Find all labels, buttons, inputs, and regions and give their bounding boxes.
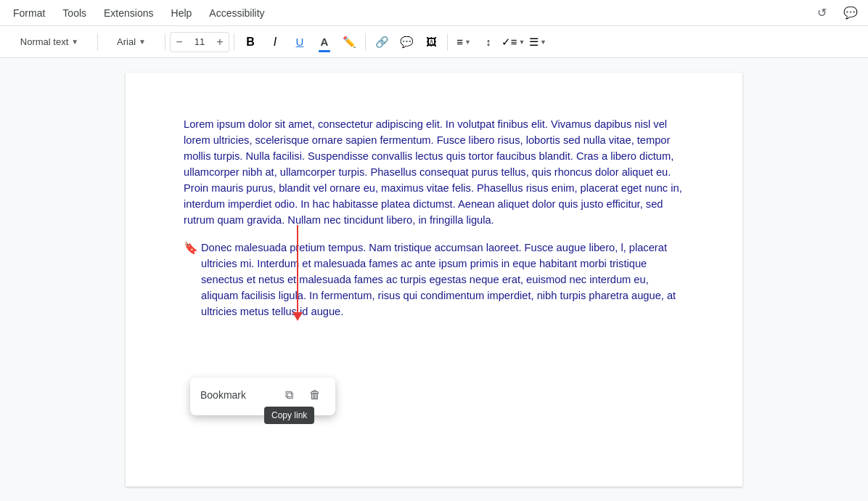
divider-1 <box>97 33 98 51</box>
divider-5 <box>447 33 448 51</box>
text-color-button[interactable]: A <box>313 30 336 54</box>
copy-icon: ⧉ <box>285 388 293 402</box>
font-size-increase[interactable]: + <box>211 32 229 52</box>
link-button[interactable]: 🔗 <box>370 30 393 54</box>
comment-button[interactable]: 💬 <box>395 30 418 54</box>
font-size-decrease[interactable]: − <box>171 32 188 52</box>
bold-button[interactable]: B <box>239 30 262 54</box>
red-arrow-indicator <box>292 225 303 321</box>
paragraph-2-container: 🔖 Donec malesuada pretium tempus. Nam tr… <box>184 240 684 319</box>
paragraph-2-start: Donec malesuada pretium tempus. Nam tris… <box>201 242 618 253</box>
underline-button[interactable]: U <box>288 30 311 54</box>
align-button[interactable]: ≡ ▼ <box>452 30 475 54</box>
list-icon: ☰ <box>529 36 539 49</box>
document-area: Lorem ipsum dolor sit amet, consectetur … <box>0 58 868 501</box>
text-color-bar <box>319 50 330 52</box>
delete-icon: 🗑 <box>309 388 321 402</box>
menu-extensions[interactable]: Extensions <box>97 4 160 22</box>
toolbar: Normal text ▼ Arial ▼ − + B I U A ✏️ 🔗 💬… <box>0 26 868 58</box>
arrow-head <box>292 312 303 321</box>
divider-2 <box>165 33 165 51</box>
paragraph-style-arrow: ▼ <box>71 38 78 46</box>
image-button[interactable]: 🖼 <box>419 30 443 54</box>
paragraph-1: Lorem ipsum dolor sit amet, consectetur … <box>184 116 684 228</box>
comment-icon[interactable]: 💬 <box>839 1 862 25</box>
menu-bar: Format Tools Extensions Help Accessibili… <box>0 0 868 26</box>
font-size-input[interactable] <box>188 36 211 47</box>
font-label: Arial <box>117 36 136 47</box>
bookmark-popup-header: Bookmark ⧉ 🗑 <box>200 385 325 405</box>
menu-format[interactable]: Format <box>6 4 52 22</box>
image-icon: 🖼 <box>426 36 437 48</box>
text-color-letter: A <box>321 36 329 48</box>
italic-button[interactable]: I <box>263 30 287 54</box>
document-page[interactable]: Lorem ipsum dolor sit amet, consectetur … <box>126 73 742 486</box>
link-icon: 🔗 <box>375 36 389 49</box>
checklist-arrow: ▼ <box>518 38 525 46</box>
highlight-color-button[interactable]: ✏️ <box>337 30 361 54</box>
menu-accessibility[interactable]: Accessibility <box>202 4 271 22</box>
line-spacing-button[interactable]: ↕ <box>477 30 500 54</box>
bookmark-delete-button[interactable]: 🗑 <box>305 385 325 405</box>
font-dropdown[interactable]: Arial ▼ <box>102 30 160 54</box>
font-arrow: ▼ <box>139 38 146 46</box>
checklist-icon: ✓≡ <box>501 36 517 49</box>
bookmark-copy-button[interactable]: ⧉ <box>279 385 299 405</box>
divider-3 <box>234 33 234 51</box>
checklist-button[interactable]: ✓≡ ▼ <box>501 30 525 54</box>
paragraph-style-dropdown[interactable]: Normal text ▼ <box>6 30 93 54</box>
copy-link-tooltip: Copy link <box>264 407 314 424</box>
bookmark-flag-icon: 🔖 <box>184 241 198 255</box>
list-button[interactable]: ☰ ▼ <box>526 30 549 54</box>
history-icon[interactable]: ↺ <box>810 1 833 25</box>
paragraph-2: Donec malesuada pretium tempus. Nam tris… <box>201 240 684 319</box>
menu-tools[interactable]: Tools <box>55 4 94 22</box>
paragraph-style-label: Normal text <box>20 36 68 47</box>
menu-help[interactable]: Help <box>164 4 200 22</box>
highlight-icon: ✏️ <box>343 36 356 49</box>
list-arrow: ▼ <box>540 38 546 46</box>
divider-4 <box>365 33 366 51</box>
font-size-control: − + <box>170 32 229 52</box>
add-comment-icon: 💬 <box>400 36 414 49</box>
menu-bar-right: ↺ 💬 <box>810 1 862 25</box>
bookmark-popup-title: Bookmark <box>200 389 273 401</box>
align-icon: ≡ <box>456 36 463 48</box>
arrow-line <box>297 225 298 312</box>
line-spacing-icon: ↕ <box>486 36 491 48</box>
align-arrow: ▼ <box>464 38 471 46</box>
